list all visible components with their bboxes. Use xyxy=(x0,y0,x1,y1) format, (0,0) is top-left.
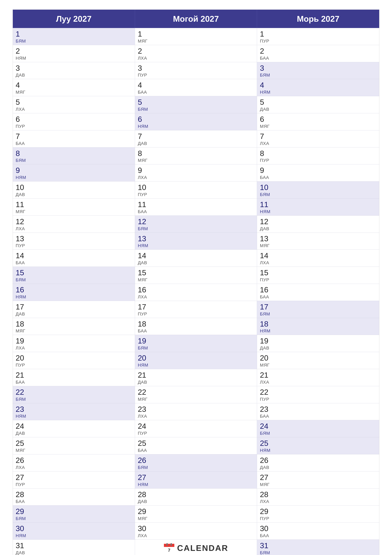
day-cell-row17-col0: 18 МЯГ xyxy=(13,318,135,335)
day-cell-row0-col2: 1 ПУР xyxy=(257,28,379,45)
day-label: МЯГ xyxy=(260,363,376,368)
day-label: ДАВ xyxy=(138,380,254,385)
day-label: БАА xyxy=(260,56,376,61)
day-cell-row27-col1: 28 ДАВ xyxy=(135,489,257,506)
day-cell-row8-col1: 9 ЛХА xyxy=(135,164,257,182)
day-label: ЛХА xyxy=(16,345,132,351)
day-cell-row7-col1: 8 МЯГ xyxy=(135,147,257,165)
day-cell-row24-col2: 25 НЯМ xyxy=(257,437,379,454)
day-number: 28 xyxy=(16,490,132,499)
day-cell-row14-col2: 15 ПУР xyxy=(257,267,379,284)
day-number: 3 xyxy=(138,64,254,73)
day-number: 17 xyxy=(260,303,376,311)
day-label: ПУР xyxy=(16,482,132,487)
day-number: 18 xyxy=(138,320,254,328)
day-cell-row4-col2: 5 ДАВ xyxy=(257,96,379,113)
day-label: БАА xyxy=(260,533,376,538)
day-cell-row16-col0: 17 ДАВ xyxy=(13,301,135,318)
day-cell-row14-col0: 15 БЯМ xyxy=(13,267,135,284)
day-number: 25 xyxy=(260,439,376,448)
day-cell-row19-col1: 20 НЯМ xyxy=(135,352,257,369)
day-cell-row1-col1: 2 ЛХА xyxy=(135,45,257,62)
day-label: БАА xyxy=(138,329,254,334)
day-label: БЯМ xyxy=(138,226,254,231)
day-cell-row18-col0: 19 ЛХА xyxy=(13,335,135,352)
day-cell-row26-col1: 27 НЯМ xyxy=(135,471,257,489)
day-label: НЯМ xyxy=(16,56,132,61)
svg-rect-7 xyxy=(171,543,172,546)
day-label: НЯМ xyxy=(260,329,376,334)
day-number: 1 xyxy=(16,30,132,38)
day-label: МЯГ xyxy=(138,397,254,402)
day-number: 7 xyxy=(16,132,132,141)
day-cell-row13-col0: 14 БАА xyxy=(13,250,135,267)
day-label: МЯГ xyxy=(16,90,132,95)
day-cell-row20-col0: 21 БАА xyxy=(13,369,135,386)
day-label: ЛХА xyxy=(260,141,376,146)
day-number: 9 xyxy=(260,166,376,175)
day-number: 2 xyxy=(138,47,254,55)
day-cell-row4-col1: 5 БЯМ xyxy=(135,96,257,113)
day-label: НЯМ xyxy=(260,90,376,95)
day-label: ЛХА xyxy=(138,533,254,538)
day-cell-row24-col1: 25 БАА xyxy=(135,437,257,454)
day-label: БАА xyxy=(16,499,132,504)
day-label: НЯМ xyxy=(260,448,376,453)
day-number: 3 xyxy=(16,64,132,73)
day-cell-row4-col0: 5 ЛХА xyxy=(13,96,135,113)
day-label: БЯМ xyxy=(16,397,132,402)
svg-rect-6 xyxy=(166,543,168,546)
day-number: 7 xyxy=(260,132,376,141)
day-number: 17 xyxy=(138,303,254,311)
day-number: 1 xyxy=(138,30,254,38)
day-number: 24 xyxy=(260,422,376,431)
day-cell-row30-col0: 31 ДАВ xyxy=(13,540,135,555)
day-number: 8 xyxy=(260,149,376,158)
day-number: 10 xyxy=(138,183,254,192)
day-cell-row19-col2: 20 МЯГ xyxy=(257,352,379,369)
day-label: БАА xyxy=(260,175,376,180)
day-label: ПУР xyxy=(138,312,254,317)
day-label: НЯМ xyxy=(138,482,254,487)
day-label: НЯМ xyxy=(138,363,254,368)
day-cell-row28-col0: 29 БЯМ xyxy=(13,505,135,523)
day-label: МЯГ xyxy=(138,516,254,521)
day-number: 5 xyxy=(16,98,132,106)
day-number: 26 xyxy=(138,456,254,465)
day-cell-row20-col1: 21 ДАВ xyxy=(135,369,257,386)
day-cell-row29-col1: 30 ЛХА xyxy=(135,523,257,540)
day-number: 29 xyxy=(260,507,376,516)
day-label: БЯМ xyxy=(260,550,376,555)
day-number: 27 xyxy=(138,473,254,482)
day-label: ДАВ xyxy=(16,73,132,78)
day-label: МЯГ xyxy=(138,158,254,163)
day-number: 13 xyxy=(16,235,132,243)
day-cell-row12-col2: 13 МЯГ xyxy=(257,233,379,250)
day-cell-row25-col0: 26 ЛХА xyxy=(13,454,135,471)
day-cell-row22-col1: 23 ЛХА xyxy=(135,403,257,420)
day-number: 15 xyxy=(138,269,254,277)
day-cell-row29-col0: 30 НЯМ xyxy=(13,523,135,540)
day-cell-row15-col2: 16 БАА xyxy=(257,284,379,301)
days-grid: 1 БЯМ 1 МЯГ 1 ПУР 2 НЯМ 2 ЛХА 2 БАА xyxy=(13,28,379,555)
day-cell-row6-col1: 7 ДАВ xyxy=(135,130,257,147)
day-cell-row11-col1: 12 БЯМ xyxy=(135,216,257,233)
day-number: 17 xyxy=(16,303,132,311)
day-label: БАА xyxy=(16,141,132,146)
day-number: 19 xyxy=(138,337,254,345)
day-number: 30 xyxy=(16,525,132,533)
day-cell-row2-col1: 3 ПУР xyxy=(135,62,257,79)
day-label: БЯМ xyxy=(16,158,132,163)
day-label: ЛХА xyxy=(138,294,254,299)
day-number: 16 xyxy=(260,286,376,294)
day-label: МЯГ xyxy=(260,243,376,248)
day-number: 1 xyxy=(260,30,376,38)
day-number: 27 xyxy=(16,473,132,482)
logo-area: 7 CALENDAR xyxy=(164,542,228,554)
day-label: ДАВ xyxy=(16,550,132,555)
day-label: ПУР xyxy=(138,192,254,197)
day-cell-row18-col1: 19 БЯМ xyxy=(135,335,257,352)
logo-cell: 7 CALENDAR xyxy=(135,540,257,555)
day-label: НЯМ xyxy=(16,533,132,538)
day-cell-row27-col2: 28 ЛХА xyxy=(257,489,379,506)
